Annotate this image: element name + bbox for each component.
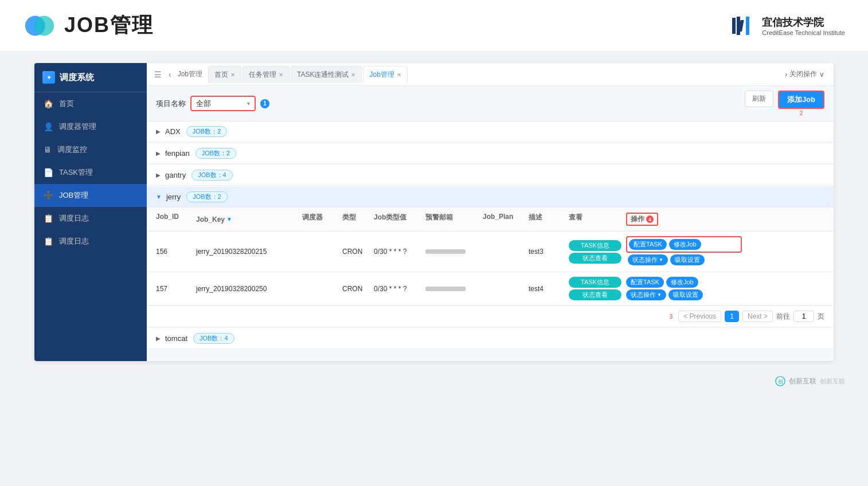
th-job-key: Job_Key ▼: [194, 207, 300, 231]
tab-label-home: 首页: [214, 70, 228, 80]
add-job-button[interactable]: 添加Job: [778, 91, 824, 109]
annotation-3: 3: [669, 313, 672, 320]
td-job-id-157: 157: [154, 280, 194, 297]
tab-actions-icon: ›: [785, 70, 787, 79]
page-1-btn[interactable]: 1: [725, 311, 739, 322]
tab-close-connectivity[interactable]: ✕: [351, 72, 355, 78]
status-op-btn-157[interactable]: 状态操作 ▼: [626, 289, 666, 300]
td-view-157: TASK信息 状态查看: [566, 272, 624, 305]
get-set-btn-157[interactable]: 吸取设置: [668, 289, 703, 300]
th-job-type-val: Job类型值: [372, 207, 423, 231]
prev-page-btn[interactable]: < Previous: [678, 311, 721, 322]
toolbar: 项目名称 全部 ADX fenpian gantry jerry tomcat …: [147, 86, 834, 121]
sidebar-item-task-mgmt[interactable]: 📄 TASK管理: [34, 161, 147, 184]
th-desc: 描述: [526, 207, 566, 231]
group-gantry[interactable]: ▶ gantry JOB数：4: [147, 165, 834, 186]
annotation-4: 4: [646, 215, 654, 223]
td-type-157: CRON: [340, 280, 372, 297]
tab-bar: ☰ ‹ Job管理 首页 ✕ 任务管理 ✕ TASK连通性测试 ✕ Job管理 …: [147, 63, 834, 86]
td-email-156: [423, 243, 480, 260]
sidebar-item-label-monitor: 调度监控: [57, 144, 87, 155]
sidebar-logo: ✦ 调度系统: [34, 63, 147, 92]
config-task-btn-156[interactable]: 配置TASK: [629, 239, 667, 250]
op-row1-157: 配置TASK 修改Job: [626, 277, 742, 288]
tab-home[interactable]: 首页 ✕: [208, 66, 241, 83]
log-icon1: 📋: [44, 214, 53, 223]
status-view-btn-157[interactable]: 状态查看: [569, 289, 621, 300]
brand-logo-icon: [731, 15, 756, 36]
annotation-2: 2: [799, 109, 803, 116]
sidebar-item-label-home: 首页: [59, 99, 74, 109]
home-icon: 🏠: [44, 99, 53, 108]
sidebar-item-job-mgmt[interactable]: ➕ JOB管理: [34, 184, 147, 207]
th-job-id: Job_ID: [154, 207, 194, 231]
toolbar-right: 刷新 添加Job 2: [745, 91, 824, 116]
get-set-btn-156[interactable]: 吸取设置: [670, 254, 705, 265]
group-jerry-count: JOB数：2: [186, 191, 228, 202]
svg-rect-5: [746, 17, 749, 35]
tab-close-home[interactable]: ✕: [230, 72, 235, 78]
group-tomcat[interactable]: ▶ tomcat JOB数：4: [147, 328, 834, 349]
tab-label-connectivity: TASK连通性测试: [297, 70, 349, 80]
tab-actions[interactable]: › 关闭操作 ∨: [785, 69, 829, 79]
footer-sub-text: 创新互联: [820, 377, 845, 386]
th-scheduler: 调度器: [300, 207, 340, 231]
task-info-btn-157[interactable]: TASK信息: [569, 277, 621, 288]
group-adx-name: ADX: [165, 127, 181, 136]
doc-icon: 📄: [44, 168, 53, 177]
op-row1-156: 配置TASK 修改Job: [626, 236, 742, 253]
group-adx-arrow: ▶: [156, 128, 161, 135]
config-task-btn-157[interactable]: 配置TASK: [626, 277, 664, 288]
log-icon2: 📋: [44, 237, 53, 246]
td-view-156: TASK信息 状态查看: [566, 236, 624, 268]
tab-close-task[interactable]: ✕: [279, 72, 283, 78]
td-desc-157: test4: [526, 280, 566, 297]
tab-task[interactable]: 任务管理 ✕: [243, 66, 290, 83]
op-row2-156: 状态操作 ▼ 吸取设置: [626, 254, 742, 267]
sidebar-item-schedule-log2[interactable]: 📋 调度日志: [34, 230, 147, 253]
tab-close-job[interactable]: ✕: [397, 72, 401, 78]
next-page-btn[interactable]: Next >: [742, 311, 773, 322]
modify-job-btn-157[interactable]: 修改Job: [666, 277, 698, 288]
status-view-btn-156[interactable]: 状态查看: [569, 253, 621, 264]
pagination-row: 3 < Previous 1 Next > 前往 页: [147, 305, 834, 327]
refresh-button[interactable]: 刷新: [745, 91, 773, 107]
status-op-btn-156[interactable]: 状态操作 ▼: [628, 254, 668, 265]
sidebar-item-schedule-log1[interactable]: 📋 调度日志: [34, 207, 147, 230]
nav-back-btn[interactable]: ‹: [166, 68, 174, 81]
plus-icon: ➕: [44, 191, 53, 200]
tab-actions-label: 关闭操作: [789, 69, 817, 79]
group-adx[interactable]: ▶ ADX JOB数：2: [147, 121, 834, 142]
group-fenpian[interactable]: ▶ fenpian JOB数：2: [147, 143, 834, 164]
sidebar-item-monitor[interactable]: 🖥 调度监控: [34, 138, 147, 161]
tab-connectivity[interactable]: TASK连通性测试 ✕: [291, 66, 362, 83]
sidebar-item-scheduler-mgmt[interactable]: 👤 调度器管理: [34, 115, 147, 138]
project-select-wrapper[interactable]: 全部 ADX fenpian gantry jerry tomcat ▼: [190, 96, 256, 111]
group-jerry-name: jerry: [166, 193, 181, 201]
th-view: 查看: [566, 207, 624, 231]
group-fenpian-name: fenpian: [165, 149, 190, 158]
tab-label-job: Job管理: [369, 70, 394, 80]
sidebar-item-home[interactable]: 🏠 首页: [34, 92, 147, 115]
modify-job-btn-156[interactable]: 修改Job: [669, 239, 701, 250]
task-info-btn-156[interactable]: TASK信息: [569, 240, 621, 251]
td-op-157: 配置TASK 修改Job 状态操作 ▼ 吸取设置: [624, 272, 744, 305]
th-op-highlight: 操作 4: [626, 213, 658, 226]
sidebar-logo-icon: ✦: [42, 71, 55, 84]
brand-name: 宜信技术学院: [762, 15, 845, 29]
td-job-plan-157: [480, 284, 526, 293]
job-key-filter-icon[interactable]: ▼: [226, 216, 232, 222]
add-job-wrapper: 添加Job 2: [778, 91, 824, 116]
td-job-id-156: 156: [154, 243, 194, 260]
svg-rect-2: [732, 18, 736, 34]
td-scheduler-156: [300, 247, 340, 256]
nav-collapse-btn[interactable]: ☰: [151, 68, 165, 81]
project-select[interactable]: 全部 ADX fenpian gantry jerry tomcat: [191, 97, 255, 110]
group-adx-count: JOB数：2: [186, 126, 228, 137]
table-area: ▶ ADX JOB数：2 ▶ fenpian JOB数：2 ▶ gantry J…: [147, 121, 834, 361]
tab-job[interactable]: Job管理 ✕: [363, 66, 407, 84]
group-gantry-arrow: ▶: [156, 172, 161, 178]
logo-icon: [23, 9, 56, 42]
group-jerry-header[interactable]: ▼ jerry JOB数：2: [147, 187, 834, 207]
goto-input[interactable]: [793, 311, 814, 322]
